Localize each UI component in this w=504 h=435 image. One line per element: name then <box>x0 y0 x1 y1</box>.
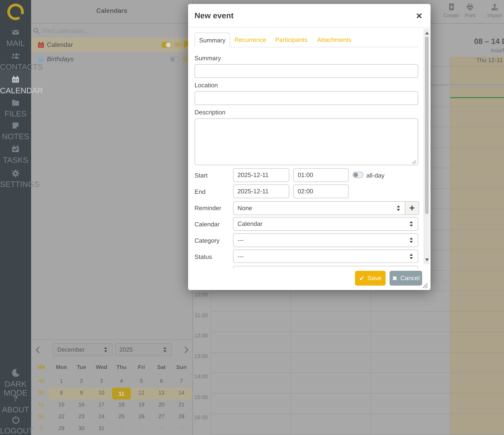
check-icon: ✔ <box>359 275 364 282</box>
sidebar-item-about[interactable]: ? <box>0 394 31 403</box>
sidebar-item-logout[interactable] <box>0 415 31 424</box>
time-axis-label: 14:00 <box>193 373 208 379</box>
location-input[interactable] <box>195 91 418 105</box>
mini-calendar-day[interactable]: 17 <box>96 401 108 407</box>
scroll-down-icon[interactable] <box>425 259 429 261</box>
mini-calendar-day[interactable]: 10 <box>96 390 108 396</box>
add-reminder-button[interactable]: + <box>405 201 419 215</box>
dialog-scrollbar[interactable] <box>423 29 430 264</box>
mini-calendar-day[interactable]: 20 <box>155 401 167 407</box>
note-icon <box>12 122 19 129</box>
mini-calendar-week-number: 1 <box>36 425 47 431</box>
mini-calendar-day[interactable]: 29 <box>55 425 67 431</box>
mini-calendar-month-select[interactable]: December <box>53 343 113 356</box>
mini-calendar-day[interactable]: 30 <box>75 425 87 431</box>
mini-calendar-prev-icon[interactable] <box>34 343 41 356</box>
mini-calendar-day[interactable]: 2 <box>75 378 87 384</box>
mini-calendar-day[interactable]: 13 <box>155 390 167 396</box>
find-calendars-search[interactable]: Find calendars... <box>31 24 193 37</box>
mini-calendar-day[interactable]: 2 <box>135 425 147 431</box>
mini-calendar-day[interactable]: 4 <box>175 425 187 431</box>
location-label: Location <box>195 82 218 89</box>
mini-calendar-day[interactable]: 26 <box>135 413 147 419</box>
eye-icon[interactable] <box>174 41 182 47</box>
moon-icon <box>11 368 20 377</box>
description-textarea[interactable] <box>195 118 418 165</box>
mini-calendar-next-icon[interactable] <box>183 343 189 356</box>
mini-calendar-day[interactable]: 3 <box>155 425 167 431</box>
mini-calendar-day[interactable]: 31 <box>96 425 108 431</box>
scrollbar-thumb[interactable] <box>425 36 429 214</box>
tab-participants[interactable]: Participants <box>275 33 307 47</box>
mini-calendar-day[interactable]: 6 <box>155 378 167 384</box>
calendars-panel-header: Calendars <box>31 0 193 23</box>
end-date-input[interactable]: 2025-12-11 <box>233 184 289 198</box>
end-time-input[interactable]: 02:00 <box>293 184 349 198</box>
status-select[interactable]: --- <box>233 250 418 263</box>
sidebar-item-dark-mode[interactable] <box>0 368 31 377</box>
mini-calendar-day[interactable]: 14 <box>175 390 187 396</box>
toolbar-export-button[interactable]: Export <box>499 3 504 18</box>
mini-calendar-day[interactable]: 12 <box>135 390 147 396</box>
sidebar-item-tasks[interactable] <box>0 145 31 153</box>
calendar-name: Birthdays <box>47 55 74 63</box>
time-axis-label: 13:00 <box>193 353 208 359</box>
mini-calendar-day[interactable]: 18 <box>116 401 127 407</box>
sidebar-item-settings[interactable] <box>0 169 31 178</box>
allday-toggle[interactable] <box>352 172 363 178</box>
mini-calendar-day[interactable]: 9 <box>75 390 87 396</box>
mini-calendar-day[interactable]: 24 <box>96 413 108 419</box>
mini-calendar-selected-day[interactable]: 11 <box>112 388 131 400</box>
roundcube-ring-logo[interactable] <box>7 3 25 21</box>
mini-calendar-year-select[interactable]: 2025 <box>115 343 172 356</box>
mini-calendar-day[interactable]: 4 <box>116 378 127 384</box>
sidebar-item-calendar[interactable] <box>0 75 31 84</box>
mini-calendar-day[interactable]: 28 <box>175 413 187 419</box>
mini-calendar-day[interactable]: 15 <box>55 401 67 407</box>
time-axis-label: 10:00 <box>193 292 208 297</box>
tab-attachments[interactable]: Attachments <box>317 33 351 47</box>
calendar-visibility-toggle[interactable] <box>170 56 180 62</box>
start-time-input[interactable]: 01:00 <box>293 168 349 182</box>
calendar-select[interactable]: Calendar <box>233 217 418 231</box>
close-icon[interactable]: × <box>413 9 426 22</box>
day-header[interactable]: Thu 12-11 <box>450 57 504 66</box>
start-date-input[interactable]: 2025-12-11 <box>233 168 289 182</box>
mini-calendar-day[interactable]: 16 <box>75 401 87 407</box>
category-select[interactable]: --- <box>233 233 418 247</box>
scroll-up-icon[interactable] <box>425 32 429 35</box>
dialog-resize-handle-icon[interactable] <box>421 282 428 289</box>
cancel-button[interactable]: ✖ Cancel <box>389 271 422 286</box>
mini-calendar-day[interactable]: 7 <box>175 378 187 384</box>
sidebar-item-notes[interactable] <box>0 121 31 130</box>
select-spinner-icon <box>163 347 167 353</box>
sidebar-item-mail[interactable] <box>0 28 31 36</box>
textarea-resize-handle-icon[interactable] <box>412 160 416 164</box>
mini-calendar-weekday: Tue <box>75 364 87 370</box>
mini-calendar-day[interactable]: 19 <box>135 401 147 407</box>
mini-calendar-day[interactable]: 1 <box>55 378 67 384</box>
sidebar-item-contacts[interactable] <box>0 51 31 60</box>
sidebar-item-files[interactable] <box>0 98 31 107</box>
calendar-visibility-toggle[interactable] <box>162 42 171 48</box>
dialog-tabs: SummaryRecurrenceParticipantsAttachments <box>188 33 431 47</box>
mini-calendar-day[interactable]: 1 <box>116 425 127 431</box>
question-icon: ? <box>12 394 19 402</box>
tab-recurrence[interactable]: Recurrence <box>234 33 266 47</box>
tab-summary[interactable]: Summary <box>195 33 230 47</box>
reminder-select[interactable]: None <box>233 201 405 215</box>
description-label: Description <box>195 109 225 116</box>
mini-calendar-day[interactable]: 8 <box>55 390 67 396</box>
mini-calendar-day[interactable]: 22 <box>55 413 67 419</box>
calendar-list-item[interactable]: Birthdays <box>31 52 193 66</box>
mini-calendar-day[interactable]: 21 <box>175 401 187 407</box>
summary-input[interactable] <box>195 64 418 78</box>
mini-calendar-day[interactable]: 5 <box>135 378 147 384</box>
mini-calendar-day[interactable]: 3 <box>96 378 108 384</box>
save-button[interactable]: ✔ Save <box>355 271 386 286</box>
mini-calendar-day[interactable]: 25 <box>116 413 127 419</box>
mini-calendar-month-value: December <box>57 346 85 353</box>
calendar-list-item[interactable]: Calendar <box>31 37 193 52</box>
mini-calendar-day[interactable]: 23 <box>75 413 87 419</box>
mini-calendar-day[interactable]: 27 <box>155 413 167 419</box>
